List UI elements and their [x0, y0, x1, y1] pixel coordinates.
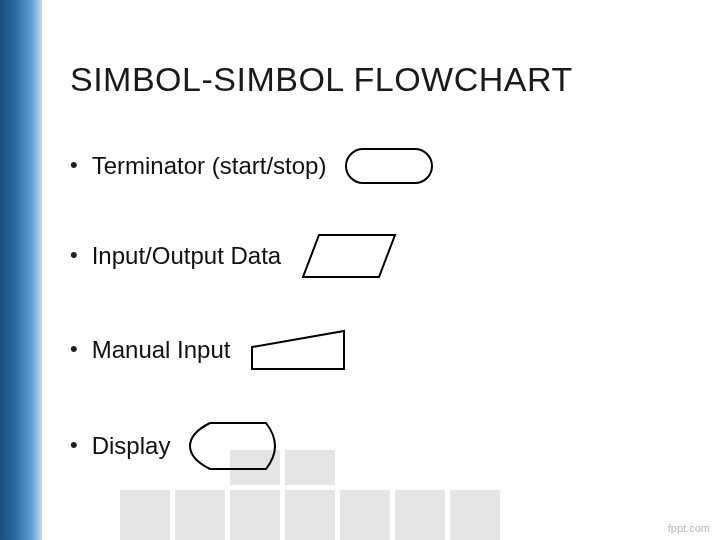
item-label: Input/Output Data: [92, 242, 281, 270]
footer-watermark: fppt.com: [668, 522, 710, 534]
item-label: Display: [92, 432, 171, 460]
manual-input-icon: [248, 327, 348, 373]
display-icon: [188, 419, 288, 473]
item-label: Terminator (start/stop): [92, 152, 327, 180]
item-label: Manual Input: [92, 336, 231, 364]
svg-rect-9: [346, 149, 432, 183]
svg-marker-11: [252, 331, 344, 369]
slide-title: SIMBOL-SIMBOL FLOWCHART: [70, 60, 690, 99]
list-item: • Terminator (start/stop): [70, 147, 690, 185]
terminator-icon: [344, 147, 434, 185]
list-item: • Display: [70, 419, 690, 473]
slide-content: SIMBOL-SIMBOL FLOWCHART • Terminator (st…: [70, 60, 690, 519]
bullet-icon: •: [70, 244, 78, 266]
bullet-icon: •: [70, 434, 78, 456]
list-item: • Manual Input: [70, 327, 690, 373]
bullet-icon: •: [70, 338, 78, 360]
bullet-icon: •: [70, 154, 78, 176]
parallelogram-icon: [299, 231, 399, 281]
list-item: • Input/Output Data: [70, 231, 690, 281]
svg-marker-10: [303, 235, 395, 277]
